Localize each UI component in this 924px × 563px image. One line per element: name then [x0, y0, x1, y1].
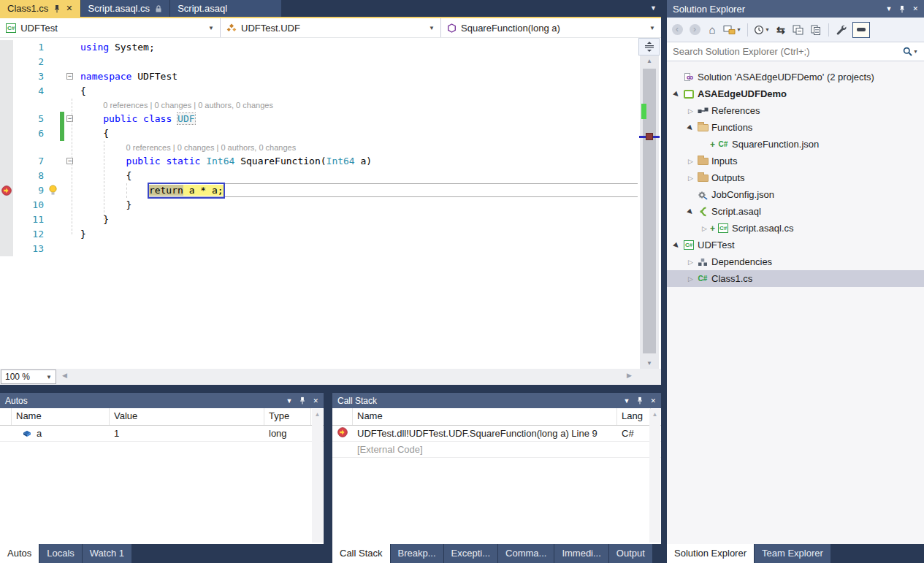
- editor-horizontal-scrollbar[interactable]: ◀ ▶: [56, 369, 661, 385]
- collapse-region-icon[interactable]: −: [66, 73, 73, 80]
- column-header-type[interactable]: Type: [264, 408, 311, 425]
- code-line-11[interactable]: 11}: [0, 212, 661, 227]
- callstack-titlebar[interactable]: Call Stack▼✕: [332, 393, 661, 408]
- tab-call-stack[interactable]: Call Stack: [332, 544, 390, 563]
- codelens-text[interactable]: 0 references | 0 changes | 0 authors, 0 …: [76, 141, 296, 154]
- collapsed-arrow-icon[interactable]: ▷: [685, 158, 696, 165]
- autos-titlebar[interactable]: Autos▼✕: [0, 393, 324, 408]
- code-line-1[interactable]: 1using System;: [0, 40, 661, 55]
- breakpoint-margin[interactable]: [0, 212, 13, 227]
- tab-team-explorer[interactable]: Team Explorer: [755, 544, 831, 563]
- scroll-right-icon[interactable]: ▶: [627, 372, 632, 379]
- outline-margin[interactable]: −: [64, 112, 76, 126]
- search-input[interactable]: Search Solution Explorer (Ctrl+;)▼: [667, 42, 924, 61]
- properties-button[interactable]: [835, 22, 848, 38]
- callstack-frame-row[interactable]: UDFTest.dll!UDFTest.UDF.SquareFunction(l…: [332, 426, 661, 442]
- scroll-left-icon[interactable]: ◀: [62, 372, 67, 379]
- tab-autos[interactable]: Autos: [0, 544, 39, 563]
- expanded-arrow-icon[interactable]: ▶: [671, 91, 682, 98]
- pin-icon[interactable]: [898, 5, 906, 13]
- autos-scrollbar[interactable]: ▲: [312, 409, 323, 543]
- breakpoint-margin[interactable]: [0, 169, 13, 183]
- autos-row[interactable]: a1long: [0, 426, 324, 442]
- preview-selected-items-button[interactable]: [852, 22, 870, 38]
- type-dropdown[interactable]: UDFTest.UDF▼: [221, 18, 441, 37]
- solution-explorer-titlebar[interactable]: Solution Explorer▼✕: [667, 0, 924, 18]
- collapsed-arrow-icon[interactable]: ▷: [685, 275, 696, 283]
- pin-icon[interactable]: [53, 4, 61, 13]
- pending-changes-filter-button[interactable]: ▼: [754, 22, 770, 38]
- breakpoint-margin[interactable]: [0, 40, 13, 55]
- document-tab-script-asaql[interactable]: Script.asaql: [170, 0, 281, 17]
- code-editor[interactable]: 1using System;23−namespace UDFTest4{0 re…: [0, 38, 661, 369]
- outline-margin[interactable]: [64, 169, 76, 183]
- callstack-frame-row[interactable]: [External Code]: [332, 442, 661, 458]
- outline-margin[interactable]: [64, 212, 76, 227]
- code-line-13[interactable]: 13: [0, 242, 661, 256]
- breakpoint-margin[interactable]: [0, 69, 13, 84]
- tab-excepti-[interactable]: Excepti...: [444, 544, 497, 563]
- tree-item-dependencies[interactable]: ▷Dependencies: [667, 253, 924, 270]
- tree-item-script-asaql[interactable]: ▶Script.asaql: [667, 203, 924, 220]
- outline-margin[interactable]: [64, 40, 76, 55]
- outline-margin[interactable]: −: [64, 154, 76, 169]
- expanded-arrow-icon[interactable]: ▶: [671, 242, 682, 249]
- close-icon[interactable]: ✕: [650, 397, 656, 405]
- collapsed-arrow-icon[interactable]: ▷: [699, 225, 710, 232]
- tree-item-references[interactable]: ▷References: [667, 102, 924, 119]
- column-header-name[interactable]: Name: [12, 408, 110, 425]
- outline-margin[interactable]: [64, 183, 76, 198]
- outline-margin[interactable]: [64, 242, 76, 256]
- tab-solution-explorer[interactable]: Solution Explorer: [667, 544, 754, 563]
- collapsed-arrow-icon[interactable]: ▷: [685, 107, 696, 115]
- pin-icon[interactable]: [636, 397, 644, 405]
- tree-item-outputs[interactable]: ▷Outputs: [667, 169, 924, 186]
- tree-item-inputs[interactable]: ▷Inputs: [667, 153, 924, 169]
- codelens-text[interactable]: 0 references | 0 changes | 0 authors, 0 …: [76, 99, 273, 112]
- tree-item-class1-cs[interactable]: ▷C#Class1.cs: [667, 270, 924, 287]
- breakpoint-margin[interactable]: [0, 141, 13, 154]
- breakpoint-margin[interactable]: [0, 112, 13, 126]
- code-line-5[interactable]: 5−public class UDF: [0, 112, 661, 126]
- tab-comma-[interactable]: Comma...: [498, 544, 554, 563]
- tab-output[interactable]: Output: [609, 544, 652, 563]
- breakpoint-margin[interactable]: [0, 242, 13, 256]
- close-icon[interactable]: ✕: [66, 4, 72, 12]
- forward-button[interactable]: ›: [688, 22, 701, 38]
- tree-item-squarefunction-json[interactable]: +C#SquareFunction.json: [667, 136, 924, 153]
- breakpoint-margin[interactable]: [0, 55, 13, 69]
- code-line-3[interactable]: 3−namespace UDFTest: [0, 69, 661, 84]
- expanded-arrow-icon[interactable]: ▶: [685, 208, 696, 215]
- document-tab-script-asaql-cs[interactable]: Script.asaql.cs: [81, 0, 170, 17]
- tab-immedi-[interactable]: Immedi...: [554, 544, 608, 563]
- document-list-dropdown-icon[interactable]: ▼: [650, 4, 657, 12]
- scroll-up-icon[interactable]: ▲: [640, 58, 659, 64]
- code-line-8[interactable]: 8{: [0, 169, 661, 183]
- outline-margin[interactable]: [64, 198, 76, 212]
- show-all-files-button[interactable]: [809, 22, 822, 38]
- pin-icon[interactable]: [299, 397, 306, 405]
- splitter-handle[interactable]: [638, 38, 660, 55]
- codelens-row[interactable]: 0 references | 0 changes | 0 authors, 0 …: [0, 141, 661, 154]
- breakpoint-margin[interactable]: [0, 126, 13, 141]
- column-header-lang[interactable]: Lang: [617, 408, 651, 425]
- member-dropdown[interactable]: SquareFunction(long a)▼: [441, 18, 661, 37]
- window-position-icon[interactable]: ▼: [624, 397, 630, 405]
- outline-margin[interactable]: [64, 84, 76, 99]
- editor-vertical-scrollbar[interactable]: ▲ ▼: [640, 38, 659, 369]
- outline-margin[interactable]: [64, 227, 76, 242]
- breakpoint-margin[interactable]: [0, 84, 13, 99]
- outline-margin[interactable]: [64, 126, 76, 141]
- column-header-name[interactable]: Name: [353, 408, 617, 425]
- tab-breakp-[interactable]: Breakp...: [391, 544, 443, 563]
- column-header-value[interactable]: Value: [110, 408, 264, 425]
- code-line-4[interactable]: 4{: [0, 84, 661, 99]
- codelens-row[interactable]: 0 references | 0 changes | 0 authors, 0 …: [0, 99, 661, 112]
- window-position-icon[interactable]: ▼: [286, 397, 293, 405]
- callstack-scrollbar[interactable]: ▲: [649, 409, 660, 543]
- breakpoint-margin[interactable]: [0, 99, 13, 112]
- window-position-icon[interactable]: ▼: [886, 5, 893, 12]
- code-line-10[interactable]: 10}: [0, 198, 661, 212]
- collapsed-arrow-icon[interactable]: ▷: [685, 175, 696, 182]
- zoom-select[interactable]: 100 % ▼: [1, 369, 56, 384]
